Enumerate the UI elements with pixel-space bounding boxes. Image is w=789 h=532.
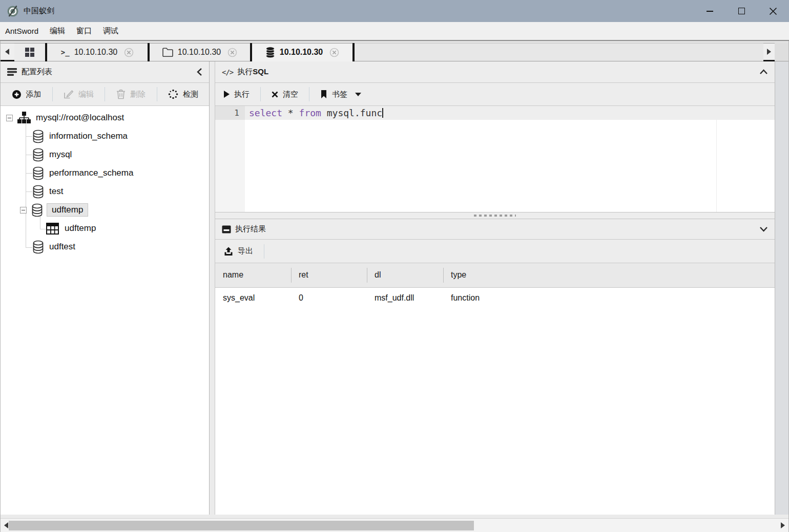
plus-circle-icon	[12, 90, 22, 99]
export-button[interactable]: 导出	[224, 240, 264, 263]
scroll-left-arrow-icon[interactable]	[4, 522, 8, 528]
table-header-row: name ret dl type	[215, 263, 775, 287]
clear-button-label: 清空	[283, 90, 298, 99]
tree-item-label: mysql://root@localhost	[36, 113, 124, 123]
add-button[interactable]: 添加	[1, 83, 52, 105]
collapse-sidebar-button[interactable]	[197, 68, 202, 76]
menu-debug[interactable]: 调试	[97, 26, 124, 36]
minimize-icon	[707, 11, 713, 12]
minimize-button[interactable]	[694, 0, 725, 22]
database-icon	[32, 130, 44, 143]
check-button[interactable]: 检测	[157, 83, 209, 105]
sidebar-toolbar: 添加 编辑 删除	[1, 83, 209, 106]
collapse-expander-icon[interactable]	[20, 207, 27, 214]
circle-x-icon	[124, 48, 134, 57]
tree-item-label: udftemp	[47, 203, 88, 217]
tab-home[interactable]	[14, 43, 45, 61]
table-row[interactable]: sys_eval 0 msf_udf.dll function	[215, 287, 775, 309]
circle-x-icon	[329, 48, 339, 57]
toolbar-divider	[264, 244, 264, 259]
panel-gutter	[209, 61, 215, 515]
scroll-right-arrow-icon[interactable]	[781, 522, 785, 528]
database-icon	[32, 148, 44, 162]
result-panel-title: 执行结果	[235, 224, 266, 234]
close-tab-button[interactable]	[124, 48, 134, 57]
tree-item-database[interactable]: information_schema	[1, 127, 209, 145]
line-number: 1	[215, 106, 239, 120]
cell-type: function	[443, 287, 775, 309]
horizontal-scrollbar[interactable]	[0, 518, 789, 532]
result-table-area: name ret dl type sys_eval 0 msf_udf.dll …	[215, 263, 775, 515]
spinner-dots-icon	[168, 89, 178, 99]
splitter-grip-icon	[474, 215, 516, 217]
edit-button-label: 编辑	[78, 90, 94, 99]
close-tab-button[interactable]	[329, 48, 339, 57]
tree-item-table[interactable]: udftemp	[1, 219, 209, 238]
database-icon	[31, 203, 43, 217]
window-edge	[0, 41, 1, 532]
sidebar-header: 配置列表	[1, 61, 209, 83]
collapse-expander-icon[interactable]	[6, 115, 13, 121]
tree-item-database[interactable]: performance_schema	[1, 164, 209, 182]
caret-down-icon	[355, 93, 361, 96]
sql-title-prefix: 执行	[237, 67, 253, 77]
sql-editor[interactable]: 1 select * from mysql.func	[215, 106, 775, 212]
menu-antsword[interactable]: AntSword	[5, 27, 44, 35]
list-icon	[7, 68, 17, 76]
tab-scroll-left-button[interactable]	[0, 43, 14, 61]
tab-file-manager[interactable]: 10.10.10.30	[150, 43, 250, 61]
titlebar: 中国蚁剑	[0, 0, 789, 22]
chevron-left-icon	[197, 68, 202, 76]
column-header-name[interactable]: name	[215, 263, 291, 287]
tree-item-database[interactable]: test	[1, 182, 209, 201]
tab-scroll-right-button[interactable]	[763, 43, 775, 61]
sitemap-icon	[17, 112, 31, 124]
close-tab-button[interactable]	[227, 48, 237, 57]
sql-title-suffix: SQL	[253, 67, 268, 77]
close-button[interactable]	[757, 0, 789, 22]
tree-item-connection[interactable]: mysql://root@localhost	[1, 109, 209, 127]
tree-item-database-selected[interactable]: udftemp	[1, 201, 209, 219]
sidebar-title: 配置列表	[22, 67, 52, 77]
execute-button[interactable]: 执行	[224, 83, 260, 105]
tree-item-database[interactable]: udftest	[1, 238, 209, 256]
scrollbar-thumb[interactable]	[9, 521, 474, 530]
collapse-sql-panel-button[interactable]	[759, 69, 768, 75]
menu-window[interactable]: 窗口	[71, 26, 97, 36]
tree-item-label: udftemp	[65, 223, 96, 233]
column-header-dl[interactable]: dl	[367, 263, 443, 287]
cell-ret: 0	[291, 287, 367, 309]
sql-token: mysql.func	[321, 108, 382, 118]
execute-button-label: 执行	[234, 90, 250, 99]
sql-token: select	[249, 108, 282, 118]
window-controls	[694, 0, 789, 22]
database-icon	[32, 240, 44, 254]
maximize-button[interactable]	[725, 0, 757, 22]
clear-button[interactable]: 清空	[261, 83, 309, 105]
folder-icon	[162, 48, 173, 57]
bookmark-button[interactable]: 书签	[309, 83, 372, 105]
tree-item-label: test	[49, 186, 63, 197]
edit-button[interactable]: 编辑	[53, 83, 105, 105]
tab-label: 10.10.10.30	[74, 48, 118, 57]
tree-item-database[interactable]: mysql	[1, 145, 209, 164]
code-icon: </>	[222, 68, 233, 76]
panel-splitter[interactable]	[215, 212, 775, 219]
tabbar-filler	[355, 43, 763, 61]
tabbar: >_ 10.10.10.30 10.10.10.30 10.10.10.30	[0, 41, 789, 61]
collapse-result-panel-button[interactable]	[759, 226, 768, 232]
delete-button[interactable]: 删除	[105, 83, 157, 105]
result-table: name ret dl type sys_eval 0 msf_udf.dll …	[215, 263, 775, 309]
tab-terminal[interactable]: >_ 10.10.10.30	[47, 43, 148, 61]
column-header-ret[interactable]: ret	[291, 263, 367, 287]
tree-item-label: information_schema	[49, 131, 128, 141]
play-icon	[224, 91, 230, 98]
editor-scroll-divider	[716, 120, 717, 212]
menu-edit[interactable]: 编辑	[44, 26, 71, 36]
main-area: 配置列表 添加 编辑 删除	[0, 61, 789, 515]
column-header-type[interactable]: type	[443, 263, 775, 287]
database-icon	[32, 185, 44, 199]
tab-database[interactable]: 10.10.10.30	[252, 43, 352, 61]
add-button-label: 添加	[26, 90, 41, 99]
sql-panel-header: </> 执行 SQL	[215, 61, 775, 83]
